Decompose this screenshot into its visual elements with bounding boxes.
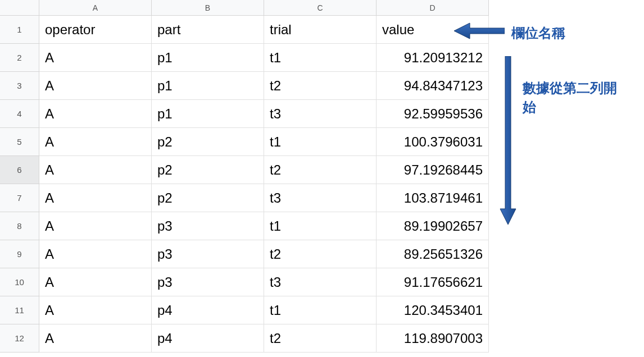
col-header-C[interactable]: C [264, 0, 377, 16]
col-header-B[interactable]: B [152, 0, 264, 16]
cell-D8[interactable]: 89.19902657 [377, 212, 489, 240]
cell-A8[interactable]: A [39, 212, 152, 240]
annotation-column-names: 欄位名稱 [511, 24, 565, 43]
cell-A7[interactable]: A [39, 184, 152, 212]
arrow-left-icon [454, 21, 505, 40]
cell-B11[interactable]: p4 [152, 296, 264, 324]
cell-C5[interactable]: t1 [264, 128, 377, 156]
cell-A3[interactable]: A [39, 72, 152, 100]
spreadsheet-grid: A B C D 1 operator part trial value 2 A … [0, 0, 489, 353]
cell-A11[interactable]: A [39, 296, 152, 324]
cell-B8[interactable]: p3 [152, 212, 264, 240]
cell-B6[interactable]: p2 [152, 156, 264, 184]
cell-C6[interactable]: t2 [264, 156, 377, 184]
cell-A6[interactable]: A [39, 156, 152, 184]
cell-C4[interactable]: t3 [264, 100, 377, 128]
cell-B7[interactable]: p2 [152, 184, 264, 212]
row-header-7[interactable]: 7 [0, 184, 39, 212]
cell-B12[interactable]: p4 [152, 324, 264, 353]
cell-D3[interactable]: 94.84347123 [377, 72, 489, 100]
cell-D11[interactable]: 120.3453401 [377, 296, 489, 324]
annotation-data-start: 數據從第二列開始 [523, 79, 624, 116]
cell-A9[interactable]: A [39, 240, 152, 268]
cell-A4[interactable]: A [39, 100, 152, 128]
cell-A1[interactable]: operator [39, 16, 152, 44]
col-header-D[interactable]: D [377, 0, 489, 16]
row-header-5[interactable]: 5 [0, 128, 39, 156]
cell-C3[interactable]: t2 [264, 72, 377, 100]
cell-D2[interactable]: 91.20913212 [377, 44, 489, 72]
row-header-3[interactable]: 3 [0, 72, 39, 100]
cell-A12[interactable]: A [39, 324, 152, 353]
cell-D9[interactable]: 89.25651326 [377, 240, 489, 268]
row-header-6[interactable]: 6 [0, 156, 39, 184]
cell-D4[interactable]: 92.59959536 [377, 100, 489, 128]
cell-B4[interactable]: p1 [152, 100, 264, 128]
row-header-2[interactable]: 2 [0, 44, 39, 72]
cell-B9[interactable]: p3 [152, 240, 264, 268]
cell-C8[interactable]: t1 [264, 212, 377, 240]
row-header-11[interactable]: 11 [0, 296, 39, 324]
cell-B2[interactable]: p1 [152, 44, 264, 72]
cell-D7[interactable]: 103.8719461 [377, 184, 489, 212]
row-header-4[interactable]: 4 [0, 100, 39, 128]
cell-B10[interactable]: p3 [152, 268, 264, 296]
col-header-A[interactable]: A [39, 0, 152, 16]
cell-D12[interactable]: 119.8907003 [377, 324, 489, 353]
cell-C12[interactable]: t2 [264, 324, 377, 353]
cell-C11[interactable]: t1 [264, 296, 377, 324]
corner-cell[interactable] [0, 0, 39, 16]
row-header-10[interactable]: 10 [0, 268, 39, 296]
cell-B1[interactable]: part [152, 16, 264, 44]
row-header-12[interactable]: 12 [0, 324, 39, 353]
cell-D5[interactable]: 100.3796031 [377, 128, 489, 156]
cell-C10[interactable]: t3 [264, 268, 377, 296]
cell-B3[interactable]: p1 [152, 72, 264, 100]
cell-D10[interactable]: 91.17656621 [377, 268, 489, 296]
row-header-1[interactable]: 1 [0, 16, 39, 44]
cell-C1[interactable]: trial [264, 16, 377, 44]
cell-C7[interactable]: t3 [264, 184, 377, 212]
cell-C9[interactable]: t2 [264, 240, 377, 268]
row-header-8[interactable]: 8 [0, 212, 39, 240]
cell-D6[interactable]: 97.19268445 [377, 156, 489, 184]
cell-A5[interactable]: A [39, 128, 152, 156]
arrow-down-icon [498, 56, 518, 225]
cell-B5[interactable]: p2 [152, 128, 264, 156]
cell-A10[interactable]: A [39, 268, 152, 296]
row-header-9[interactable]: 9 [0, 240, 39, 268]
cell-C2[interactable]: t1 [264, 44, 377, 72]
cell-A2[interactable]: A [39, 44, 152, 72]
